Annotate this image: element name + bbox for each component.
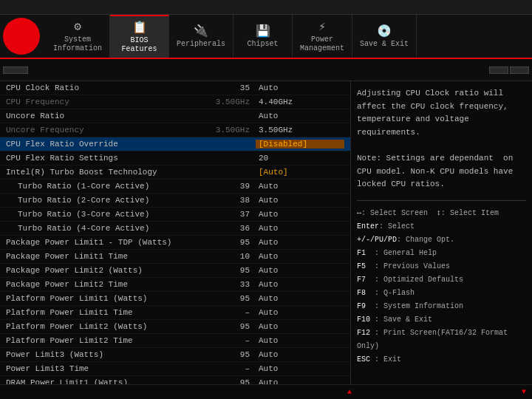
- table-row[interactable]: Platform Power Limit1 Time–Auto: [0, 306, 350, 320]
- table-row[interactable]: CPU Frequency3.50GHz4.40GHz: [0, 95, 350, 109]
- setting-number: 95: [211, 266, 256, 275]
- save-exit-icon: 💿: [377, 24, 392, 38]
- setting-name: Turbo Ratio (1-Core Active): [6, 182, 211, 191]
- power-icon: ⚡: [318, 19, 326, 34]
- settings-panel: CPU Clock Ratio35AutoCPU Frequency3.50GH…: [0, 81, 351, 384]
- divider: [357, 200, 526, 201]
- setting-value: 3.50GHz: [256, 126, 344, 134]
- scroll-down-indicator: ▼: [522, 388, 526, 396]
- table-row[interactable]: Package Power Limit2 Time33Auto: [0, 278, 350, 292]
- setting-name: Package Power Limit1 - TDP (Watts): [6, 238, 211, 247]
- setting-number: –: [211, 364, 256, 373]
- setting-value: Auto: [256, 350, 344, 359]
- system-info-icon: ⚙: [74, 19, 81, 34]
- setting-number: 95: [211, 322, 256, 331]
- setting-value: Auto: [256, 238, 344, 247]
- nav-chipset[interactable]: 💾 Chipset: [233, 15, 293, 58]
- setting-name: Uncore Frequency: [6, 126, 211, 134]
- back-button[interactable]: [3, 66, 28, 74]
- setting-number: 35: [211, 83, 256, 92]
- setting-value: Auto: [256, 83, 344, 92]
- setting-name: DRAM Power Limit1 (Watts): [6, 378, 211, 384]
- setting-value: Auto: [256, 210, 344, 219]
- nav-save-exit[interactable]: 💿 Save & Exit: [352, 15, 417, 58]
- nav-system-info[interactable]: ⚙ SystemInformation: [46, 15, 110, 58]
- key-hints: ↔: Select Screen ↕: Select Item Enter: S…: [357, 207, 526, 366]
- setting-name: Platform Power Limit2 Time: [6, 336, 211, 345]
- setting-value: Auto: [256, 378, 344, 384]
- table-row[interactable]: Power Limit3 Time–Auto: [0, 362, 350, 376]
- setting-name: Platform Power Limit1 Time: [6, 308, 211, 317]
- setting-name: CPU Frequency: [6, 98, 211, 106]
- setting-value: Auto: [256, 308, 344, 317]
- mit-button[interactable]: [3, 18, 40, 55]
- table-row[interactable]: DRAM Power Limit1 (Watts)95Auto: [0, 376, 350, 384]
- table-row[interactable]: CPU Flex Ratio Override[Disabled]: [0, 137, 350, 151]
- setting-number: –: [211, 308, 256, 317]
- setting-number: 3.50GHz: [211, 98, 256, 106]
- setting-name: CPU Flex Ratio Settings: [6, 154, 211, 163]
- nav-bios-features[interactable]: 📋 BIOSFeatures: [110, 15, 169, 58]
- setting-value: Auto: [256, 294, 344, 303]
- setting-number: 10: [211, 252, 256, 261]
- setting-name: CPU Flex Ratio Override: [6, 140, 211, 149]
- table-row[interactable]: CPU Flex Ratio Settings20: [0, 151, 350, 166]
- table-row[interactable]: Turbo Ratio (4-Core Active)36Auto: [0, 222, 350, 236]
- nav-peripherals[interactable]: 🔌 Peripherals: [169, 15, 233, 58]
- setting-name: Package Power Limit2 Time: [6, 280, 211, 289]
- table-row[interactable]: Platform Power Limit2 Time–Auto: [0, 334, 350, 348]
- scroll-up-indicator: ▲: [347, 388, 352, 396]
- table-row[interactable]: Turbo Ratio (2-Core Active)38Auto: [0, 194, 350, 208]
- table-row[interactable]: Turbo Ratio (1-Core Active)39Auto: [0, 180, 350, 194]
- setting-name: CPU Clock Ratio: [6, 83, 211, 92]
- setting-name: Platform Power Limit1 (Watts): [6, 294, 211, 303]
- table-row[interactable]: Uncore Frequency3.50GHz3.50GHz: [0, 123, 350, 137]
- setting-name: Turbo Ratio (2-Core Active): [6, 196, 211, 205]
- setting-number: 39: [211, 182, 256, 191]
- setting-value: Auto: [256, 266, 344, 275]
- language-button[interactable]: [489, 66, 508, 74]
- help-panel: Adjusting CPU Clock ratio will affect th…: [351, 81, 532, 384]
- setting-value: Auto: [256, 252, 344, 261]
- setting-value: Auto: [256, 280, 344, 289]
- nav-power[interactable]: ⚡ PowerManagement: [293, 15, 352, 58]
- table-row[interactable]: Power Limit3 (Watts)95Auto: [0, 348, 350, 362]
- setting-name: Turbo Ratio (4-Core Active): [6, 224, 211, 233]
- setting-value: Auto: [256, 196, 344, 205]
- table-row[interactable]: Intel(R) Turbo Boost Technology[Auto]: [0, 166, 350, 180]
- setting-name: Package Power Limit1 Time: [6, 252, 211, 261]
- table-row[interactable]: Platform Power Limit1 (Watts)95Auto: [0, 292, 350, 306]
- qflash-button[interactable]: [510, 66, 529, 74]
- setting-value: 4.40GHz: [256, 98, 344, 106]
- setting-value: [Auto]: [256, 168, 344, 177]
- help-text: Adjusting CPU Clock ratio will affect th…: [357, 87, 526, 191]
- setting-number: 95: [211, 238, 256, 247]
- table-row[interactable]: CPU Clock Ratio35Auto: [0, 81, 350, 95]
- table-row[interactable]: Turbo Ratio (3-Core Active)37Auto: [0, 208, 350, 222]
- table-row[interactable]: Package Power Limit1 Time10Auto: [0, 250, 350, 264]
- setting-name: Turbo Ratio (3-Core Active): [6, 210, 211, 219]
- setting-value: Auto: [256, 364, 344, 373]
- table-row[interactable]: Package Power Limit1 - TDP (Watts)95Auto: [0, 236, 350, 250]
- setting-value: Auto: [256, 322, 344, 331]
- setting-name: Power Limit3 (Watts): [6, 350, 211, 359]
- setting-number: 3.50GHz: [211, 126, 256, 134]
- setting-value: Auto: [256, 112, 344, 120]
- setting-number: 36: [211, 224, 256, 233]
- setting-number: 95: [211, 294, 256, 303]
- table-row[interactable]: Platform Power Limit2 (Watts)95Auto: [0, 320, 350, 334]
- header-bar: [0, 0, 532, 15]
- setting-name: Uncore Ratio: [6, 112, 211, 120]
- bios-features-icon: 📋: [132, 20, 147, 35]
- setting-name: Platform Power Limit2 (Watts): [6, 322, 211, 331]
- setting-value: Auto: [256, 336, 344, 345]
- second-bar: [0, 59, 532, 81]
- setting-number: 95: [211, 350, 256, 359]
- chipset-icon: 💾: [256, 24, 270, 38]
- setting-number: 37: [211, 210, 256, 219]
- setting-name: Intel(R) Turbo Boost Technology: [6, 168, 211, 177]
- setting-number: 33: [211, 280, 256, 289]
- table-row[interactable]: Uncore RatioAuto: [0, 109, 350, 123]
- setting-value: [Disabled]: [256, 140, 344, 149]
- table-row[interactable]: Package Power Limit2 (Watts)95Auto: [0, 264, 350, 278]
